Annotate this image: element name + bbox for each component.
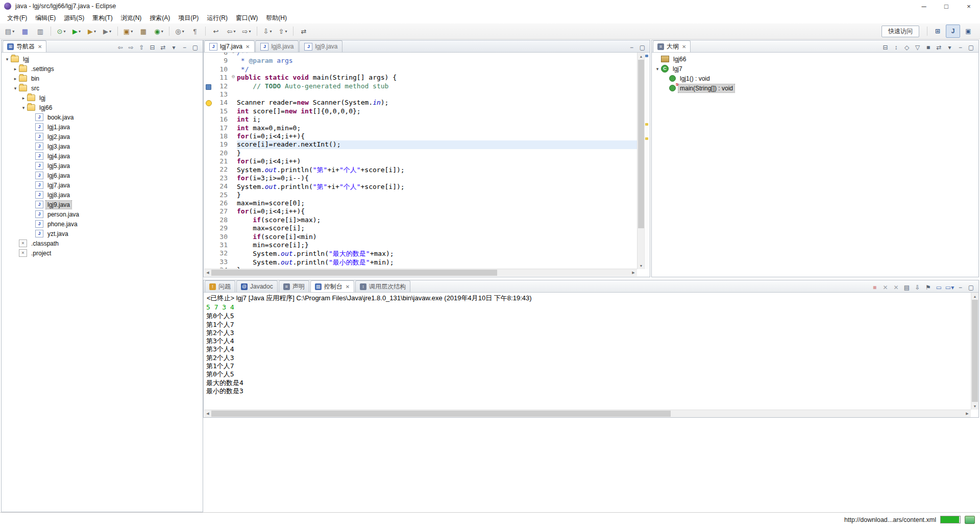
new-wizard-button[interactable]: ▤▾ [3,25,17,37]
clear-console-button[interactable]: ▤ [902,282,912,292]
navigator-item-lgj7.java[interactable]: Jlgj7.java [2,180,203,190]
navigator-item-lgj[interactable]: ▾lgj [2,54,203,64]
scroll-down-arrow[interactable]: ▼ [638,262,645,269]
menu-item-6[interactable]: 项目(P) [174,13,203,23]
editor-hscroll-thumb[interactable] [211,270,497,276]
navigator-item-lgj[interactable]: ▸lgj [2,93,203,103]
link-with-editor-button[interactable]: ⇄ [158,42,168,52]
mark-occurrences-button[interactable]: ¶ [188,25,202,37]
minimize-view-button[interactable]: − [627,42,636,52]
debug-button[interactable]: ⊙▾ [54,25,68,37]
scroll-up-arrow[interactable]: ▲ [638,53,645,60]
menu-item-9[interactable]: 帮助(H) [262,13,291,23]
editor-vertical-scrollbar[interactable]: ▲ ▼ [637,53,645,269]
dropdown-arrow-icon[interactable]: ▾ [109,29,111,34]
scroll-left-arrow[interactable]: ◀ [204,269,211,276]
editor-tab-lgj9.java[interactable]: Jlgj9.java [299,40,342,52]
console-horizontal-scrollbar[interactable]: ◀ ▶ [204,410,971,417]
pin-console-button[interactable]: ⚑ [923,282,933,292]
console-tab-console[interactable]: ▥控制台✕ [310,280,354,292]
minimize-view-button[interactable]: − [955,42,965,52]
save-button[interactable]: ▦ [18,25,32,37]
maximize-view-button[interactable]: ▢ [966,42,976,52]
expand-arrow-icon[interactable]: ▸ [12,76,19,81]
nav-forward-button[interactable]: ⇨ [126,42,136,52]
dropdown-arrow-icon[interactable]: ▾ [79,29,81,34]
editor-tab-lgj8.java[interactable]: Jlgj8.java [255,40,299,52]
navigator-item-.classpath[interactable]: ×.classpath [2,238,203,248]
new-java-project-button[interactable]: ▣▾ [121,25,135,37]
link-with-editor-button[interactable]: ⇄ [934,42,944,52]
navigator-item-lgj6.java[interactable]: Jlgj6.java [2,171,203,180]
menu-item-1[interactable]: 编辑(E) [31,13,60,23]
dropdown-arrow-icon[interactable]: ▾ [285,29,287,34]
dropdown-arrow-icon[interactable]: ▾ [161,29,163,34]
dropdown-arrow-icon[interactable]: ▾ [63,29,65,34]
terminate-button[interactable]: ■ [870,282,879,292]
navigator-tab-close-icon[interactable]: ✕ [38,44,42,50]
overview-marker[interactable] [645,123,648,126]
maximize-view-button[interactable]: ▢ [638,42,647,52]
dropdown-arrow-icon[interactable]: ▾ [94,29,96,34]
outline-tree[interactable]: lgj66▾Clgj7lgj1() : voidmain(String[]) :… [652,53,978,93]
display-selected-console-button[interactable]: ▭ [934,282,944,292]
overview-marker[interactable] [645,137,648,140]
fold-collapse-icon[interactable]: ⊖ [230,74,237,82]
menu-item-8[interactable]: 窗口(W) [232,13,262,23]
outline-tab-close-icon[interactable]: ✕ [682,44,686,50]
scroll-lock-button[interactable]: ⇩ [913,282,922,292]
scroll-down-arrow[interactable]: ▼ [971,402,978,410]
collapse-all-button[interactable]: ⊟ [880,42,890,52]
progress-view-icon[interactable] [965,516,975,524]
editor-horizontal-scrollbar[interactable]: ◀ ▶ [204,269,637,276]
tab-close-icon[interactable]: ✕ [246,44,250,50]
quick-access-button[interactable]: 快速访问 [881,26,919,37]
outline-item-lgj1()_void[interactable]: lgj1() : void [652,74,978,83]
maximize-view-button[interactable]: ▢ [190,42,200,52]
outline-item-lgj66[interactable]: lgj66 [652,54,978,64]
coverage-button[interactable]: ▶▾ [85,25,99,37]
java-perspective-button[interactable]: J [946,25,960,38]
dropdown-arrow-icon[interactable]: ▾ [951,284,954,291]
remove-launch-button[interactable]: ✕ [880,282,890,292]
new-package-button[interactable]: ▦ [136,25,151,37]
next-annotation-button[interactable]: ⇩▾ [260,25,275,37]
external-tools-button[interactable]: ▶▾ [100,25,114,37]
menu-item-3[interactable]: 重构(T) [88,13,116,23]
dropdown-arrow-icon[interactable]: ▾ [182,29,184,34]
collapse-arrow-icon[interactable]: ▾ [654,66,661,71]
dropdown-arrow-icon[interactable]: ▾ [270,29,272,34]
menu-item-4[interactable]: 浏览(N) [117,13,146,23]
console-tab-call-hierarchy[interactable]: ↕调用层次结构 [355,280,410,292]
expand-arrow-icon[interactable]: ▸ [12,66,19,71]
close-button[interactable]: × [958,0,980,12]
minimize-view-button[interactable]: − [955,282,965,292]
navigator-item-src[interactable]: ▾src [2,83,203,93]
scroll-right-arrow[interactable]: ▶ [964,410,971,417]
sort-button[interactable]: ↕ [891,42,901,52]
new-class-button[interactable]: ◉▾ [152,25,166,37]
menu-item-5[interactable]: 搜索(A) [145,13,174,23]
other-perspective-button[interactable]: ▣ [961,25,975,38]
last-edit-location-button[interactable]: ↩ [209,25,223,37]
code-editor[interactable]: 8⊖/**9 * @param args10 */11⊖public stati… [204,53,637,269]
search-button[interactable]: ◎▾ [173,25,187,37]
console-hscroll-thumb[interactable] [211,411,671,417]
fold-collapse-icon[interactable]: ⊖ [230,53,237,57]
navigator-item-.project[interactable]: ×.project [2,248,203,258]
editor-overview-ruler[interactable] [644,53,649,269]
tab-close-icon[interactable]: ✕ [346,284,350,290]
nav-up-button[interactable]: ⇧ [137,42,146,52]
view-menu-button[interactable]: ▾ [945,42,954,52]
remove-all-launches-button[interactable]: ✕ [891,282,901,292]
navigator-item-lgj5.java[interactable]: Jlgj5.java [2,161,203,171]
dropdown-arrow-icon[interactable]: ▾ [131,29,133,34]
navigator-item-lgj1.java[interactable]: Jlgj1.java [2,122,203,132]
expand-arrow-icon[interactable]: ▸ [20,95,27,101]
navigator-item-lgj3.java[interactable]: Jlgj3.java [2,141,203,151]
overview-marker[interactable] [645,55,648,57]
navigator-item-lgj9.java[interactable]: Jlgj9.java [2,200,203,209]
navigator-tab[interactable]: ⊞ 导航器 ✕ [3,40,46,52]
hide-fields-button[interactable]: ◇ [902,42,912,52]
outline-item-main(String_)_void[interactable]: main(String[]) : void [652,83,978,93]
